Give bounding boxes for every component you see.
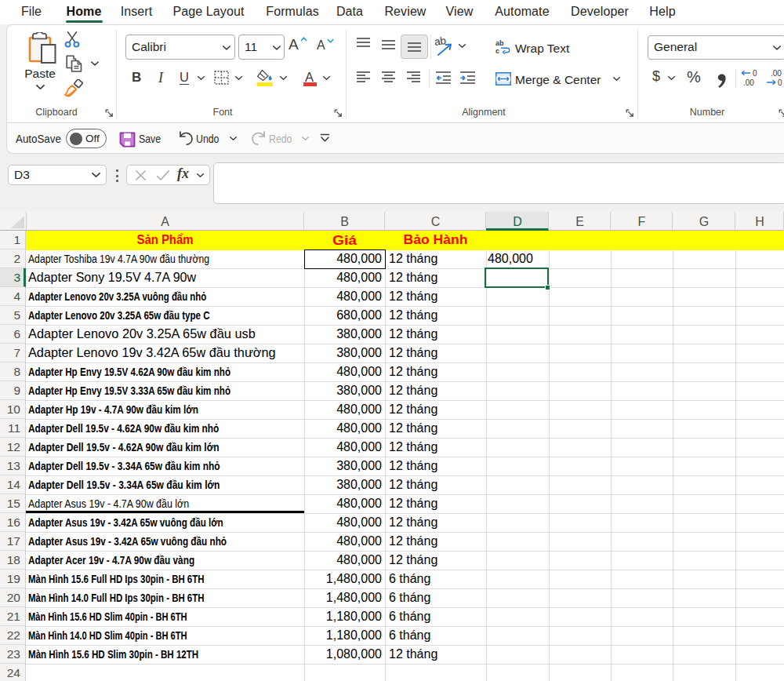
svg-text:.00: .00 bbox=[771, 69, 782, 78]
svg-text:0: 0 bbox=[778, 78, 782, 87]
svg-text:.00: .00 bbox=[743, 78, 754, 87]
svg-text:c: c bbox=[495, 47, 499, 55]
svg-text:0: 0 bbox=[753, 69, 757, 78]
svg-text:ab: ab bbox=[495, 39, 504, 47]
